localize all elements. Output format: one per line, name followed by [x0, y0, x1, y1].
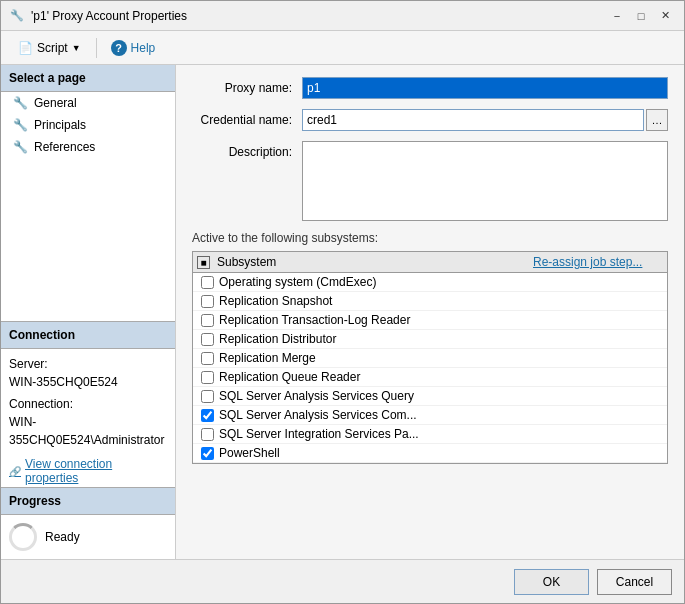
- view-connection-label: View connection properties: [25, 457, 167, 485]
- cancel-button[interactable]: Cancel: [597, 569, 672, 595]
- subsystem-col-header: Subsystem: [217, 255, 533, 269]
- connection-link-icon: 🔗: [9, 466, 21, 477]
- sidebar-label-references: References: [34, 140, 95, 154]
- select-page-header: Select a page: [1, 65, 175, 92]
- description-input[interactable]: [302, 141, 668, 221]
- progress-header: Progress: [1, 487, 175, 515]
- server-value: WIN-355CHQ0E524: [9, 373, 167, 391]
- script-icon: 📄: [18, 41, 33, 55]
- label-asquery: SQL Server Analysis Services Query: [217, 389, 663, 403]
- toolbar: 📄 Script ▼ ? Help: [1, 31, 684, 65]
- label-powershell: PowerShell: [217, 446, 663, 460]
- main-content: Select a page 🔧 General 🔧 Principals 🔧 R…: [1, 65, 684, 559]
- header-checkbox[interactable]: ■: [197, 256, 210, 269]
- browse-button[interactable]: …: [646, 109, 668, 131]
- form-area: Proxy name: Credential name: … Descripti…: [176, 65, 684, 559]
- checkbox-snapshot[interactable]: [201, 295, 214, 308]
- subsystem-row-ascom: SQL Server Analysis Services Com...: [193, 406, 667, 425]
- help-label: Help: [131, 41, 156, 55]
- subsystem-row-snapshot: Replication Snapshot: [193, 292, 667, 311]
- progress-area: Ready: [1, 515, 175, 559]
- label-merge: Replication Merge: [217, 351, 663, 365]
- window-title: 'p1' Proxy Account Properties: [31, 9, 187, 23]
- title-buttons: − □ ✕: [606, 5, 676, 27]
- credential-name-label: Credential name:: [192, 113, 302, 127]
- label-cmdexec: Operating system (CmdExec): [217, 275, 663, 289]
- script-label: Script: [37, 41, 68, 55]
- connection-label: Connection:: [9, 395, 167, 413]
- subsystem-row-powershell: PowerShell: [193, 444, 667, 463]
- subsystem-row-distributor: Replication Distributor: [193, 330, 667, 349]
- script-dropdown-arrow: ▼: [72, 43, 81, 53]
- checkbox-powershell[interactable]: [201, 447, 214, 460]
- proxy-name-label: Proxy name:: [192, 81, 302, 95]
- label-translog: Replication Transaction-Log Reader: [217, 313, 663, 327]
- minimize-button[interactable]: −: [606, 5, 628, 27]
- view-connection-link[interactable]: 🔗 View connection properties: [1, 455, 175, 487]
- checkbox-asquery[interactable]: [201, 390, 214, 403]
- checkbox-ascom[interactable]: [201, 409, 214, 422]
- proxy-name-input[interactable]: [302, 77, 668, 99]
- maximize-button[interactable]: □: [630, 5, 652, 27]
- subsystem-row-queue: Replication Queue Reader: [193, 368, 667, 387]
- connection-info: Server: WIN-355CHQ0E524 Connection: WIN-…: [1, 349, 175, 455]
- principals-icon: 🔧: [13, 118, 28, 132]
- footer: OK Cancel: [1, 559, 684, 603]
- script-button[interactable]: 📄 Script ▼: [9, 37, 90, 59]
- description-label: Description:: [192, 141, 302, 159]
- sidebar-label-general: General: [34, 96, 77, 110]
- checkbox-distributor[interactable]: [201, 333, 214, 346]
- subsystem-row-merge: Replication Merge: [193, 349, 667, 368]
- references-icon: 🔧: [13, 140, 28, 154]
- subsystem-row-asquery: SQL Server Analysis Services Query: [193, 387, 667, 406]
- credential-name-row: Credential name: …: [192, 109, 668, 131]
- sidebar-items: 🔧 General 🔧 Principals 🔧 References: [1, 92, 175, 207]
- checkbox-ssis[interactable]: [201, 428, 214, 441]
- checkbox-translog[interactable]: [201, 314, 214, 327]
- label-snapshot: Replication Snapshot: [217, 294, 663, 308]
- subsystem-table-header: ■ Subsystem Re-assign job step...: [193, 252, 667, 273]
- subsystem-row-translog: Replication Transaction-Log Reader: [193, 311, 667, 330]
- credential-name-input[interactable]: [302, 109, 644, 131]
- label-queue: Replication Queue Reader: [217, 370, 663, 384]
- checkbox-cmdexec[interactable]: [201, 276, 214, 289]
- label-ssis: SQL Server Integration Services Pa...: [217, 427, 663, 441]
- help-button[interactable]: ? Help: [103, 37, 164, 59]
- subsystem-label: Active to the following subsystems:: [192, 231, 668, 245]
- connection-value: WIN-355CHQ0E524\Administrator: [9, 413, 167, 449]
- window-icon: 🔧: [9, 8, 25, 24]
- subsystem-row-cmdexec: Operating system (CmdExec): [193, 273, 667, 292]
- close-button[interactable]: ✕: [654, 5, 676, 27]
- label-distributor: Replication Distributor: [217, 332, 663, 346]
- sidebar-item-principals[interactable]: 🔧 Principals: [1, 114, 175, 136]
- progress-status: Ready: [45, 530, 80, 544]
- checkbox-merge[interactable]: [201, 352, 214, 365]
- sidebar-label-principals: Principals: [34, 118, 86, 132]
- credential-input-row: …: [302, 109, 668, 131]
- main-window: 🔧 'p1' Proxy Account Properties − □ ✕ 📄 …: [0, 0, 685, 604]
- checkbox-queue[interactable]: [201, 371, 214, 384]
- connection-header: Connection: [1, 321, 175, 349]
- sidebar-item-general[interactable]: 🔧 General: [1, 92, 175, 114]
- progress-spinner: [9, 523, 37, 551]
- description-row: Description:: [192, 141, 668, 221]
- help-icon: ?: [111, 40, 127, 56]
- reassign-col-header[interactable]: Re-assign job step...: [533, 255, 663, 269]
- general-icon: 🔧: [13, 96, 28, 110]
- title-bar: 🔧 'p1' Proxy Account Properties − □ ✕: [1, 1, 684, 31]
- proxy-name-row: Proxy name:: [192, 77, 668, 99]
- subsystem-row-ssis: SQL Server Integration Services Pa...: [193, 425, 667, 444]
- label-ascom: SQL Server Analysis Services Com...: [217, 408, 663, 422]
- sidebar-item-references[interactable]: 🔧 References: [1, 136, 175, 158]
- ok-button[interactable]: OK: [514, 569, 589, 595]
- subsystem-table: ■ Subsystem Re-assign job step... Operat…: [192, 251, 668, 464]
- sidebar: Select a page 🔧 General 🔧 Principals 🔧 R…: [1, 65, 176, 559]
- server-label: Server:: [9, 355, 167, 373]
- toolbar-divider: [96, 38, 97, 58]
